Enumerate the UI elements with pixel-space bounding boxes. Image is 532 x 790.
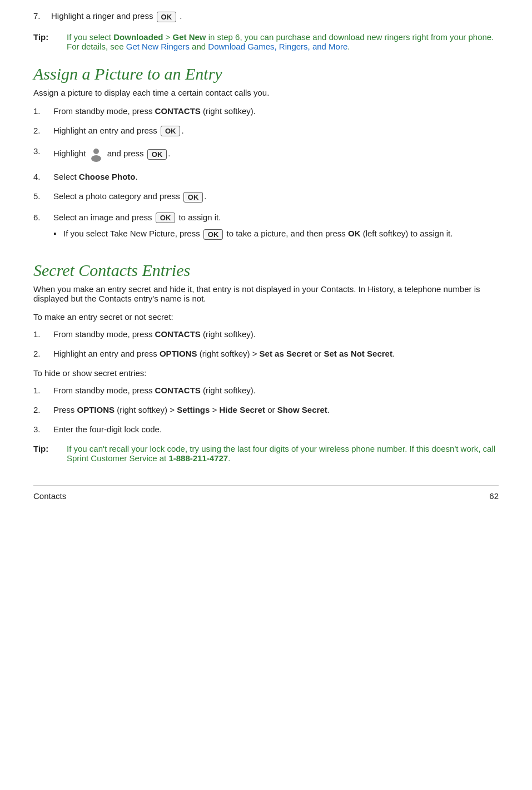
step-7-content: Highlight a ringer and press OK . [51,11,499,22]
tip-1-content: If you select Downloaded > Get New in st… [67,32,499,51]
step-7-ok-btn: OK [157,12,177,22]
s1-step-1-text-before: From standby mode, press [53,106,155,116]
tip-2-content: If you can't recall your lock code, try … [67,444,499,463]
s2b-step-2-row: 2. Press OPTIONS (right softkey) > Setti… [33,405,499,414]
bullet-ok-btn: OK [203,229,223,240]
s2b-step-2-bold1: OPTIONS [77,405,115,414]
tip-1-link1: Get New Ringers [126,42,190,51]
s2-step-1-bold: CONTACTS [155,329,201,339]
s1-step-4-text-after: . [136,172,138,181]
step-7-row: 7. Highlight a ringer and press OK . [33,11,499,22]
s2b-step-2-text-mid2: > [210,405,219,414]
s1-step-3-num: 3. [33,146,53,156]
tip-1-period: . [347,42,350,51]
section2-desc3: To hide or show secret entries: [33,368,499,378]
s1-step-6-text-after: to assign it. [176,213,221,222]
s2b-step-2-num: 2. [33,405,53,414]
bullet-content: If you select Take New Picture, press OK… [63,229,499,240]
s2-step-2-row: 2. Highlight an entry and press OPTIONS … [33,349,499,358]
s2-step-2-text-or: or [312,349,324,358]
s2-step-1-row: 1. From standby mode, press CONTACTS (ri… [33,329,499,339]
s2b-step-2-bold4: Show Secret [277,405,327,414]
tip-2-text1: If you can't recall your lock code, try … [67,444,495,463]
s1-step-2-text-after: . [181,126,183,135]
tip-2-row: Tip: If you can't recall your lock code,… [33,444,499,463]
s2b-step-2-content: Press OPTIONS (right softkey) > Settings… [53,405,499,414]
s1-step-4-content: Select Choose Photo. [53,172,499,181]
tip-2-label: Tip: [33,444,67,453]
tip-2-phone: 1-888-211-4727 [168,453,228,463]
bullet-mark: ▪ [53,229,63,238]
s1-step-5-text-before: Select a photo category and press [53,191,182,201]
s2b-step-3-row: 3. Enter the four-digit lock code. [33,424,499,434]
s1-step-4-text-before: Select [53,172,79,181]
s2-step-2-text-after: . [392,349,395,358]
section2-desc2: To make an entry secret or not secret: [33,312,499,322]
s1-step-3-ok-btn: OK [147,149,167,160]
s1-step-6-bullet-row: ▪ If you select Take New Picture, press … [53,229,499,240]
s1-step-1-row: 1. From standby mode, press CONTACTS (ri… [33,106,499,116]
tip-1-label: Tip: [33,32,67,42]
tip-1-row: Tip: If you select Downloaded > Get New … [33,32,499,51]
s2b-step-1-text-before: From standby mode, press [53,386,155,395]
s1-step-6-content: Select an image and press OK to assign i… [53,213,499,245]
s1-step-2-ok-btn: OK [161,126,181,136]
s1-step-1-content: From standby mode, press CONTACTS (right… [53,106,499,116]
s1-step-2-text-before: Highlight an entry and press [53,126,160,135]
footer-left: Contacts [33,491,66,501]
bullet-text-after: to take a picture, and then press [224,229,348,238]
s1-step-5-row: 5. Select a photo category and press OK. [33,191,499,203]
svg-point-1 [91,155,101,162]
s2-step-2-bold2: Set as Secret [260,349,312,358]
s2b-step-1-num: 1. [33,386,53,395]
s2b-step-2-text-mid1: (right softkey) > [115,405,177,414]
s1-step-4-num: 4. [33,172,53,181]
s1-step-3-row: 3. Highlight and press OK. [33,146,499,162]
s1-step-6-text-before: Select an image and press [53,213,155,222]
s1-step-5-num: 5. [33,191,53,201]
s2-step-1-text-after: (right softkey). [201,329,256,339]
s2b-step-1-content: From standby mode, press CONTACTS (right… [53,386,499,395]
section2-title: Secret Contacts Entries [33,261,499,280]
s2b-step-2-bold2: Settings [177,405,210,414]
s2b-step-3-content: Enter the four-digit lock code. [53,424,499,434]
s2b-step-3-text: Enter the four-digit lock code. [53,424,162,434]
tip-1-gt1: > [163,32,172,42]
person-icon [88,146,104,162]
tip-1-and: and [190,42,208,51]
s2b-step-1-bold: CONTACTS [155,386,201,395]
footer: Contacts 62 [33,485,499,501]
s1-step-6-ok-btn: OK [156,213,176,223]
s2-step-2-text-mid: (right softkey) > [197,349,259,358]
s1-step-3-content: Highlight and press OK. [53,146,499,162]
s1-step-5-text-after: . [204,191,206,201]
s1-step-2-num: 2. [33,126,53,135]
s1-step-2-content: Highlight an entry and press OK. [53,126,499,137]
s1-step-6-num: 6. [33,213,53,222]
step-7-text-after: . [180,11,182,21]
s1-step-5-content: Select a photo category and press OK. [53,191,499,203]
s2b-step-1-row: 1. From standby mode, press CONTACTS (ri… [33,386,499,395]
s2-step-2-num: 2. [33,349,53,358]
section1-title: Assign a Picture to an Entry [33,65,499,83]
s2b-step-2-text-or: or [265,405,277,414]
tip-1-link2: Download Games, Ringers, and More [208,42,347,51]
section1-desc: Assign a picture to display each time a … [33,88,499,97]
s2-step-2-text-before: Highlight an entry and press [53,349,160,358]
bullet-text-before: If you select Take New Picture, press [63,229,202,238]
step-7-num: 7. [33,11,51,21]
tip-1-text-before: If you select [67,32,113,42]
tip-1-getnew: Get New [173,32,206,42]
s2-step-1-num: 1. [33,329,53,339]
s1-step-3-text-after: . [168,149,170,158]
bullet-text-last: (left softkey) to assign it. [360,229,453,238]
s2b-step-2-text-after: . [327,405,330,414]
s2-step-2-bold3: Set as Not Secret [324,349,392,358]
section2-desc1: When you make an entry secret and hide i… [33,284,499,303]
s2-step-2-content: Highlight an entry and press OPTIONS (ri… [53,349,499,358]
s2-step-1-text-before: From standby mode, press [53,329,155,339]
s1-step-1-num: 1. [33,106,53,116]
s1-step-4-row: 4. Select Choose Photo. [33,172,499,181]
s2-step-1-content: From standby mode, press CONTACTS (right… [53,329,499,339]
s1-step-6-row: 6. Select an image and press OK to assig… [33,213,499,245]
